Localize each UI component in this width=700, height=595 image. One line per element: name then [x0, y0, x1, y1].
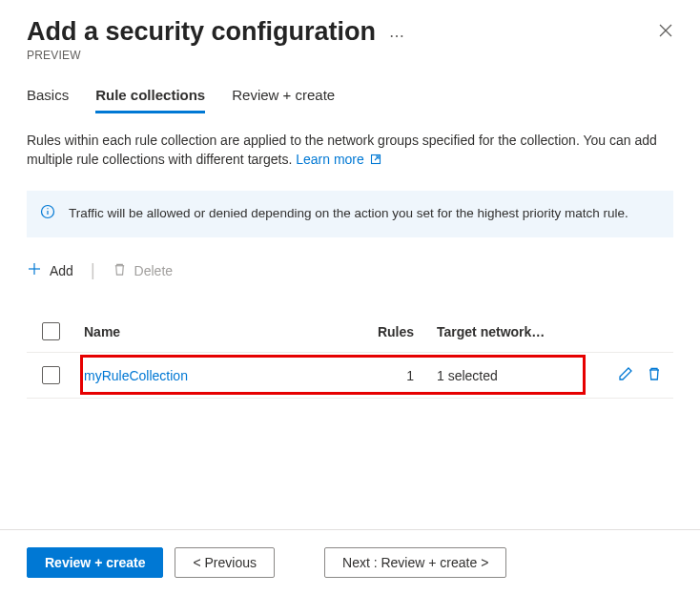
page-title: Add a security configuration: [27, 17, 376, 47]
review-create-button[interactable]: Review + create: [27, 547, 163, 578]
col-rules: Rules: [351, 324, 437, 339]
col-target: Target network…: [437, 324, 580, 339]
trash-icon: [113, 262, 127, 279]
row-checkbox[interactable]: [42, 366, 60, 384]
add-button[interactable]: Add: [27, 261, 73, 279]
svg-line-3: [375, 156, 379, 160]
tabs: Basics Rule collections Review + create: [27, 87, 673, 113]
learn-more-link[interactable]: Learn more: [296, 152, 381, 167]
tab-rule-collections[interactable]: Rule collections: [95, 87, 205, 113]
select-all-checkbox[interactable]: [42, 322, 60, 340]
more-icon[interactable]: ⋯: [389, 19, 405, 45]
close-icon[interactable]: [658, 17, 673, 41]
table-row: myRuleCollection 1 1 selected: [27, 353, 673, 399]
row-name-link[interactable]: myRuleCollection: [84, 368, 351, 383]
delete-label: Delete: [134, 263, 173, 278]
edit-icon[interactable]: [618, 366, 633, 384]
next-button[interactable]: Next : Review + create >: [324, 547, 506, 578]
description: Rules within each rule collection are ap…: [27, 131, 673, 170]
tab-basics[interactable]: Basics: [27, 87, 69, 113]
delete-button[interactable]: Delete: [113, 262, 173, 279]
row-target: 1 selected: [437, 368, 580, 383]
preview-badge: PREVIEW: [27, 49, 405, 62]
col-name: Name: [84, 324, 351, 339]
toolbar: Add | Delete: [27, 260, 673, 280]
info-text: Traffic will be allowed or denied depend…: [69, 206, 628, 220]
plus-icon: [27, 261, 42, 279]
tab-review-create[interactable]: Review + create: [232, 87, 335, 113]
delete-row-icon[interactable]: [647, 366, 662, 384]
previous-button[interactable]: < Previous: [175, 547, 275, 578]
info-box: Traffic will be allowed or denied depend…: [27, 191, 673, 238]
footer: Review + create < Previous Next : Review…: [0, 529, 700, 595]
add-label: Add: [50, 263, 73, 278]
table: Name Rules Target network… myRuleCollect…: [27, 322, 673, 399]
toolbar-separator: |: [91, 260, 95, 280]
table-header: Name Rules Target network…: [27, 322, 673, 353]
svg-point-6: [47, 208, 48, 209]
info-icon: [40, 204, 55, 225]
row-rules: 1: [351, 368, 437, 383]
